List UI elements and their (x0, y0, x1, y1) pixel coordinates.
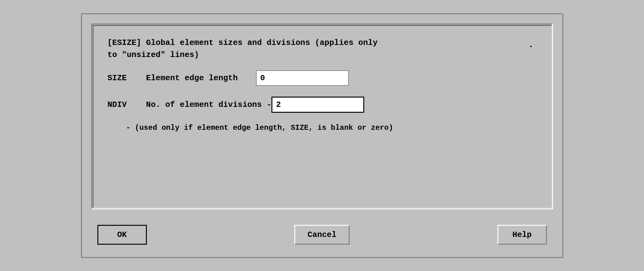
esize-dialog: [ESIZE] Global element sizes and divisio… (81, 13, 563, 258)
size-label: SIZE Element edge length (108, 73, 256, 83)
size-input[interactable] (256, 70, 349, 86)
button-row: OK Cancel Help (91, 222, 553, 248)
ndiv-label: NDIV No. of element divisions - (108, 100, 272, 109)
ndiv-param-name: NDIV (108, 100, 127, 109)
note-text: - (used only if element edge length, SIZ… (108, 124, 537, 132)
dot-indicator: . (528, 40, 534, 50)
cancel-button[interactable]: Cancel (294, 225, 350, 245)
help-button[interactable]: Help (497, 225, 547, 245)
description-line1: [ESIZE] Global element sizes and divisio… (108, 38, 378, 47)
ndiv-description: No. of element divisions - (146, 100, 271, 109)
ndiv-field-row: NDIV No. of element divisions - (108, 97, 537, 113)
description-text: [ESIZE] Global element sizes and divisio… (108, 37, 537, 61)
size-param-name: SIZE (108, 73, 127, 83)
size-field-row: SIZE Element edge length (108, 70, 537, 86)
main-panel: [ESIZE] Global element sizes and divisio… (91, 24, 553, 209)
ok-button[interactable]: OK (97, 225, 147, 245)
ndiv-input[interactable] (271, 97, 364, 113)
size-description: Element edge length (146, 73, 237, 83)
description-line2: to "unsized" lines) (108, 50, 199, 59)
